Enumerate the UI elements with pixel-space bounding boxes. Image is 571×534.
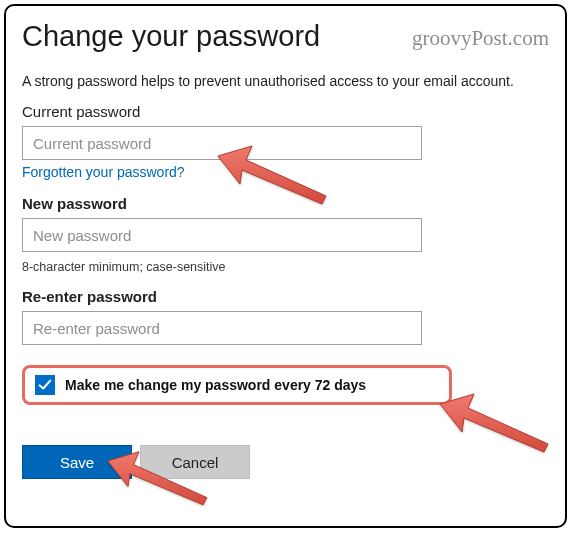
current-password-group: Current password Forgotten your password…: [22, 103, 549, 181]
new-password-input[interactable]: [22, 218, 422, 252]
new-password-group: New password 8-character minimum; case-s…: [22, 195, 549, 274]
cancel-button[interactable]: Cancel: [140, 445, 250, 479]
reenter-password-label: Re-enter password: [22, 288, 549, 305]
reenter-password-input[interactable]: [22, 311, 422, 345]
subtitle-text: A strong password helps to prevent unaut…: [22, 73, 549, 89]
page-title: Change your password: [22, 20, 320, 53]
checkbox-checked-icon: [35, 375, 55, 395]
current-password-label: Current password: [22, 103, 549, 120]
reenter-password-group: Re-enter password: [22, 288, 549, 345]
header-row: Change your password groovyPost.com: [22, 20, 549, 53]
password-hint: 8-character minimum; case-sensitive: [22, 260, 549, 274]
forgot-password-link[interactable]: Forgotten your password?: [22, 164, 185, 180]
watermark-text: groovyPost.com: [412, 20, 549, 51]
button-row: Save Cancel: [22, 445, 549, 479]
change-every-72-days-checkbox-row[interactable]: Make me change my password every 72 days: [22, 365, 452, 405]
dialog-frame: Change your password groovyPost.com A st…: [4, 4, 567, 528]
save-button[interactable]: Save: [22, 445, 132, 479]
checkbox-label: Make me change my password every 72 days: [65, 377, 366, 393]
current-password-input[interactable]: [22, 126, 422, 160]
new-password-label: New password: [22, 195, 549, 212]
